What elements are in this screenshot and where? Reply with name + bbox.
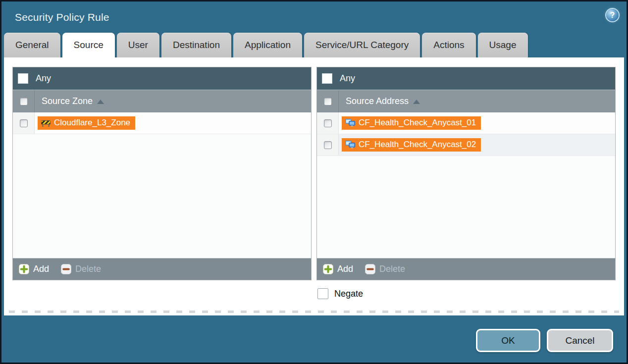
resize-grip-texture bbox=[9, 311, 619, 313]
source-zone-any-label: Any bbox=[36, 73, 51, 84]
delete-button-label: Delete bbox=[379, 264, 405, 274]
tab-destination[interactable]: Destination bbox=[161, 33, 231, 57]
source-address-any-checkbox[interactable] bbox=[322, 73, 332, 84]
sort-asc-icon bbox=[413, 100, 420, 104]
titlebar: Security Policy Rule ? bbox=[1, 1, 627, 33]
tab-content-source: Any Source Zone bbox=[4, 57, 624, 315]
address-icon bbox=[345, 141, 355, 149]
add-button[interactable]: Add bbox=[323, 264, 353, 274]
address-object-chip[interactable]: CF_Health_Check_Anycast_01 bbox=[342, 116, 481, 130]
source-address-select-all-checkbox[interactable] bbox=[324, 98, 332, 105]
source-zone-panel: Any Source Zone bbox=[12, 67, 312, 280]
source-address-any-header: Any bbox=[317, 67, 615, 90]
tab-user[interactable]: User bbox=[117, 33, 159, 57]
delete-button-label: Delete bbox=[75, 264, 101, 274]
cancel-button[interactable]: Cancel bbox=[547, 329, 613, 352]
help-icon[interactable]: ? bbox=[606, 9, 619, 21]
select-all-cell bbox=[13, 90, 35, 112]
source-address-column-header: Source Address bbox=[317, 90, 615, 112]
ok-button[interactable]: OK bbox=[476, 329, 540, 352]
row-checkbox[interactable] bbox=[324, 141, 332, 149]
row-checkbox-cell bbox=[317, 134, 339, 156]
plus-icon bbox=[323, 264, 333, 274]
dialog-title: Security Policy Rule bbox=[15, 11, 109, 23]
source-address-any-label: Any bbox=[340, 73, 355, 84]
negate-checkbox[interactable] bbox=[317, 288, 328, 299]
sort-asc-icon bbox=[97, 100, 104, 104]
zone-object-chip[interactable]: Cloudflare_L3_Zone bbox=[38, 116, 135, 130]
tab-service-url-category[interactable]: Service/URL Category bbox=[304, 33, 420, 57]
object-label: CF_Health_Check_Anycast_02 bbox=[359, 140, 476, 150]
negate-label: Negate bbox=[334, 289, 363, 299]
table-row: Cloudflare_L3_Zone bbox=[13, 112, 311, 134]
add-button-label: Add bbox=[33, 264, 49, 274]
negate-row: Negate bbox=[317, 288, 363, 299]
add-button-label: Add bbox=[337, 264, 353, 274]
minus-icon bbox=[365, 264, 375, 274]
security-policy-rule-dialog: Security Policy Rule ? General Source Us… bbox=[0, 0, 628, 364]
source-zone-column-label: Source Zone bbox=[42, 96, 93, 106]
dialog-footer-actions: OK Cancel bbox=[476, 329, 613, 352]
address-object-chip[interactable]: CF_Health_Check_Anycast_02 bbox=[342, 138, 481, 152]
table-row: CF_Health_Check_Anycast_01 bbox=[317, 112, 615, 134]
tab-application[interactable]: Application bbox=[233, 33, 302, 57]
object-label: Cloudflare_L3_Zone bbox=[54, 118, 130, 128]
row-checkbox[interactable] bbox=[20, 119, 28, 127]
row-checkbox-cell bbox=[13, 112, 35, 134]
delete-button[interactable]: Delete bbox=[61, 264, 101, 274]
zone-icon bbox=[41, 119, 51, 127]
source-zone-select-all-checkbox[interactable] bbox=[20, 98, 28, 105]
source-zone-table-body: Cloudflare_L3_Zone bbox=[13, 112, 311, 258]
source-address-table-body: CF_Health_Check_Anycast_01 bbox=[317, 112, 615, 258]
source-address-column-label: Source Address bbox=[346, 96, 409, 106]
address-icon bbox=[345, 119, 355, 127]
tab-actions[interactable]: Actions bbox=[422, 33, 475, 57]
table-row: CF_Health_Check_Anycast_02 bbox=[317, 134, 615, 156]
add-button[interactable]: Add bbox=[19, 264, 49, 274]
source-address-panel-footer: Add Delete bbox=[317, 258, 615, 280]
select-all-cell bbox=[317, 90, 339, 112]
plus-icon bbox=[19, 264, 29, 274]
source-zone-column-sort[interactable]: Source Zone bbox=[35, 90, 104, 112]
tab-bar: General Source User Destination Applicat… bbox=[1, 33, 627, 57]
row-checkbox[interactable] bbox=[324, 119, 332, 127]
object-label: CF_Health_Check_Anycast_01 bbox=[359, 118, 476, 128]
source-zone-any-header: Any bbox=[13, 67, 311, 90]
tab-source[interactable]: Source bbox=[62, 33, 115, 57]
minus-icon bbox=[61, 264, 71, 274]
row-checkbox-cell bbox=[317, 112, 339, 134]
source-zone-any-checkbox[interactable] bbox=[18, 73, 28, 84]
source-address-column-sort[interactable]: Source Address bbox=[339, 90, 420, 112]
source-address-panel: Any Source Address bbox=[316, 67, 616, 280]
panels-container: Any Source Zone bbox=[4, 57, 624, 280]
tab-usage[interactable]: Usage bbox=[478, 33, 528, 57]
tab-general[interactable]: General bbox=[4, 33, 60, 57]
source-zone-column-header: Source Zone bbox=[13, 90, 311, 112]
delete-button[interactable]: Delete bbox=[365, 264, 405, 274]
source-zone-panel-footer: Add Delete bbox=[13, 258, 311, 280]
